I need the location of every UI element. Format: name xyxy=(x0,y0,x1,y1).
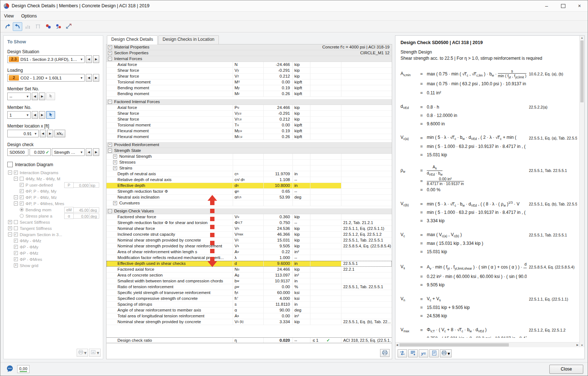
close-button[interactable]: Close xyxy=(549,365,583,374)
expander-icon[interactable]: + xyxy=(113,154,117,158)
table-row[interactable]: Design check ratio η 0.020 -- ≤ 1 ✓ ACI … xyxy=(107,337,392,343)
member-location-next-button[interactable]: ▶ xyxy=(47,130,53,137)
member-no-prev-button[interactable]: ◀ xyxy=(32,111,38,119)
table-row[interactable]: Effective depth dn 10.8000 in xyxy=(107,183,392,189)
table-row[interactable]: + Nominal Strength xyxy=(107,154,392,160)
table-row[interactable]: Shear force Vy,u -0.291 kip xyxy=(107,111,392,117)
print-report-button[interactable]: ▾ xyxy=(440,349,452,357)
dimension-lines-button[interactable] xyxy=(64,22,73,31)
table-row[interactable]: Inclined concrete strut capacity Vmax 46… xyxy=(107,232,392,238)
tree-checkbox[interactable] xyxy=(14,239,18,243)
tree-checkbox[interactable] xyxy=(20,214,24,218)
horizontal-scroll-thumb[interactable] xyxy=(399,343,509,346)
design-situation-next-button[interactable]: ▶ xyxy=(93,55,99,63)
expander-icon[interactable]: − xyxy=(108,149,112,153)
expander-icon[interactable]: + xyxy=(113,201,117,205)
tree-expander-icon[interactable]: − xyxy=(14,195,18,199)
table-row[interactable]: Nominal shear strength provided by shear… xyxy=(107,243,392,249)
menu-view[interactable]: View xyxy=(0,12,18,20)
table-row[interactable]: − Internal Forces xyxy=(107,56,392,62)
table-row[interactable]: + Curvatures xyxy=(107,200,392,206)
table-row[interactable]: Torsional moment Tu 0.00 kipft xyxy=(107,122,392,128)
expander-icon[interactable]: − xyxy=(108,57,112,61)
table-row[interactable]: Shear force Vz 0.212 kip xyxy=(107,74,392,79)
design-check-code-box[interactable]: SD0500 xyxy=(7,148,28,156)
print-table-button[interactable] xyxy=(380,349,390,357)
tree-item[interactable]: − Diagram Section in 3... xyxy=(7,231,99,238)
print-graphic-button[interactable]: ▾ xyxy=(77,349,88,357)
tree-item[interactable]: + Secant Stiffness xyxy=(7,219,99,225)
table-row[interactable]: Nominal shear strength provided by concr… xyxy=(107,238,392,243)
member-set-select[interactable]: -- ▾ xyxy=(7,93,31,100)
tab-design-checks-in-location[interactable]: Design Checks in Location xyxy=(158,35,219,44)
table-row[interactable]: + Provided Reinforcement xyxy=(107,142,392,148)
table-row[interactable]: Flexural moment My,u 0.19 kipft xyxy=(107,128,392,134)
show-symbols-button[interactable]: y= xyxy=(419,349,428,357)
table-row[interactable]: Bending moment Mz 0.26 kipft xyxy=(107,91,392,97)
scroll-right-icon[interactable]: ▶ xyxy=(576,343,579,347)
table-row[interactable]: Spacing of stirrups s 11.8110 in xyxy=(107,302,392,308)
tree-item[interactable]: P user-defined P 0.000 kip xyxy=(7,182,99,188)
tree-checkbox[interactable] xyxy=(20,208,24,212)
design-situation-prev-button[interactable]: ◀ xyxy=(86,55,92,63)
design-check-type-select[interactable]: Strength Design ... ▾ xyxy=(52,148,85,156)
table-row[interactable]: Ratio of tension reinforcement ρw 0.00 %… xyxy=(107,284,392,290)
tree-item[interactable]: + Tangent Stiffness xyxy=(7,225,99,231)
loading-prev-button[interactable]: ◀ xyxy=(86,74,92,82)
table-row[interactable]: Bending moment My 0.19 kipft xyxy=(107,85,392,91)
tree-checkbox[interactable] xyxy=(20,201,24,205)
table-row[interactable]: Area of shear reinforcement within lengt… xyxy=(107,249,392,255)
tree-item[interactable]: ΦMy - ΦMz xyxy=(7,238,99,244)
expander-icon[interactable]: − xyxy=(108,100,112,104)
scroll-down-icon[interactable]: ▼ xyxy=(580,343,584,347)
table-row[interactable]: − Factored Internal Forces xyxy=(107,99,392,105)
vertical-scroll-thumb[interactable] xyxy=(580,40,584,102)
table-row[interactable]: − Design Check Values xyxy=(107,208,392,214)
table-row[interactable]: Specified compressive strength of concre… xyxy=(107,296,392,302)
table-row[interactable]: Total area of longitudinal tension reinf… xyxy=(107,313,392,319)
table-row[interactable]: Strength reduction factor Φ for shear an… xyxy=(107,220,392,226)
table-row[interactable]: Neutral axis inclination α0,n 53.99 deg xyxy=(107,195,392,200)
member-set-pick-button[interactable] xyxy=(46,93,55,100)
vertical-scrollbar[interactable]: ▲ ▼ xyxy=(579,36,584,347)
member-set-prev-button[interactable]: ◀ xyxy=(32,93,38,100)
table-row[interactable]: Nominal shear strength provided by concr… xyxy=(107,319,392,325)
tree-checkbox[interactable] xyxy=(14,226,18,230)
expander-icon[interactable]: − xyxy=(108,209,112,213)
design-situation-select[interactable]: 2.3 DS1 - Section 2.3 (LRFD), 1. to 5. ▾ xyxy=(7,55,85,63)
tree-checkbox[interactable] xyxy=(20,177,24,181)
navigate-check-button[interactable] xyxy=(398,349,407,357)
color-spheres-button[interactable] xyxy=(43,22,53,31)
relative-location-button[interactable]: x/x₀ xyxy=(54,130,65,137)
calibration-button[interactable] xyxy=(33,22,43,31)
tree-item[interactable]: ΦP - ΦMres xyxy=(7,256,99,262)
expander-icon[interactable]: + xyxy=(113,166,117,170)
tree-expander-icon[interactable]: + xyxy=(8,220,12,224)
tree-checkbox[interactable] xyxy=(14,245,18,249)
jump-to-location-button[interactable] xyxy=(13,22,22,31)
member-no-pick-button[interactable] xyxy=(46,111,55,119)
tree-item[interactable]: ΦP - ΦMy xyxy=(7,244,99,250)
table-row[interactable]: + Stresses xyxy=(107,160,392,165)
table-row[interactable]: Torsional moment MT 0.00 kipft xyxy=(107,79,392,85)
tree-expander-icon[interactable]: − xyxy=(14,201,18,205)
expander-icon[interactable]: + xyxy=(113,160,117,164)
tree-item[interactable]: − ΦP, P - ΦMres, Mres xyxy=(7,200,99,207)
interaction-diagram-checkbox[interactable] xyxy=(7,162,13,167)
table-row[interactable]: Factored axial force Nu 24.466 kip 22.2.… xyxy=(107,267,392,273)
member-set-next-button[interactable]: ▶ xyxy=(39,93,45,100)
table-row[interactable] xyxy=(107,325,392,337)
maximize-button[interactable] xyxy=(555,0,571,11)
scroll-up-icon[interactable]: ▲ xyxy=(580,36,584,40)
table-row[interactable]: + Section Properties CIRCLE_M1 12 xyxy=(107,50,392,56)
tree-item[interactable]: − Interaction Diagrams xyxy=(7,169,99,176)
tree-checkbox[interactable] xyxy=(14,251,18,255)
scroll-left-icon[interactable]: ◀ xyxy=(395,343,399,347)
tree-expander-icon[interactable]: − xyxy=(14,177,18,181)
minimize-button[interactable]: – xyxy=(538,0,555,11)
tree-checkbox[interactable] xyxy=(14,257,18,261)
tree-item[interactable]: − ΦMy, Mz - ΦMy, M xyxy=(7,176,99,182)
table-row[interactable]: Nominal shear force Vn 24.536 kip 22.5.1… xyxy=(107,226,392,232)
table-row[interactable]: Axial force Pu 24.466 kip xyxy=(107,105,392,111)
design-check-prev-button[interactable]: ◀ xyxy=(86,148,92,156)
